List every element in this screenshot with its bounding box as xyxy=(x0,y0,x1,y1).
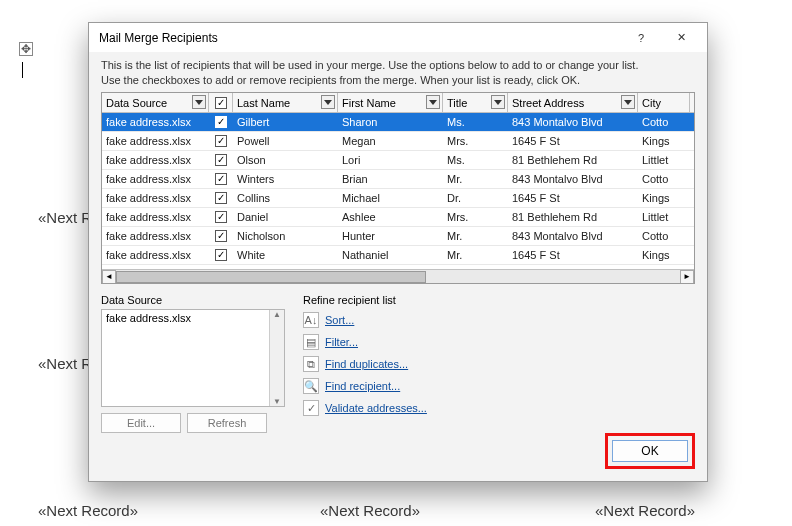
chevron-down-icon[interactable] xyxy=(426,95,440,109)
checkbox[interactable]: ✓ xyxy=(215,135,227,147)
chevron-down-icon[interactable] xyxy=(192,95,206,109)
refine-link-label: Sort... xyxy=(325,314,354,326)
table-cell: fake address.xlsx xyxy=(102,173,209,185)
refine-list-group: Refine recipient list A↓Sort...▤Filter..… xyxy=(303,294,695,433)
table-cell: Littlet xyxy=(638,154,690,166)
mail-merge-recipients-dialog: Mail Merge Recipients ? ✕ This is the li… xyxy=(88,22,708,482)
help-button[interactable]: ? xyxy=(621,25,661,51)
scroll-thumb[interactable] xyxy=(116,271,426,283)
refine-icon: ✓ xyxy=(303,400,319,416)
table-row[interactable]: fake address.xlsx✓NicholsonHunterMr.843 … xyxy=(102,227,694,246)
table-cell: 1645 F St xyxy=(508,249,638,261)
header-street-address[interactable]: Street Address xyxy=(508,93,638,112)
dialog-intro: This is the list of recipients that will… xyxy=(101,58,695,88)
scroll-left-button[interactable]: ◄ xyxy=(102,270,116,284)
checkbox[interactable]: ✓ xyxy=(215,173,227,185)
vertical-scrollbar[interactable]: ▲▼ xyxy=(269,310,284,406)
table-cell: fake address.xlsx xyxy=(102,230,209,242)
grid-rows: fake address.xlsx✓GilbertSharonMs.843 Mo… xyxy=(102,113,694,269)
edit-button[interactable]: Edit... xyxy=(101,413,181,433)
header-city[interactable]: City xyxy=(638,93,690,112)
header-title[interactable]: Title xyxy=(443,93,508,112)
table-cell: 843 Montalvo Blvd xyxy=(508,230,638,242)
table-row[interactable]: fake address.xlsx✓WhiteNathanielMr.1645 … xyxy=(102,246,694,265)
recipients-grid: Data Source ✓ Last Name First Name Title… xyxy=(101,92,695,284)
merge-field: «Next Record» xyxy=(595,502,695,519)
scroll-track[interactable] xyxy=(116,270,680,284)
dialog-titlebar[interactable]: Mail Merge Recipients ? ✕ xyxy=(89,23,707,52)
table-cell: Winters xyxy=(233,173,338,185)
table-cell: Mr. xyxy=(443,173,508,185)
scroll-right-button[interactable]: ► xyxy=(680,270,694,284)
table-cell: Kings xyxy=(638,135,690,147)
data-source-item[interactable]: fake address.xlsx xyxy=(102,310,284,326)
table-cell: Daniel xyxy=(233,211,338,223)
refine-icon: ⧉ xyxy=(303,356,319,372)
header-select-all[interactable]: ✓ xyxy=(209,93,233,112)
table-cell: ✓ xyxy=(209,154,233,166)
close-button[interactable]: ✕ xyxy=(661,25,701,51)
table-cell: ✓ xyxy=(209,230,233,242)
table-cell: Cotto xyxy=(638,173,690,185)
chevron-down-icon[interactable] xyxy=(321,95,335,109)
checkbox[interactable]: ✓ xyxy=(215,192,227,204)
table-cell: Gilbert xyxy=(233,116,338,128)
table-cell: White xyxy=(233,249,338,261)
table-cell: Collins xyxy=(233,192,338,204)
data-source-list[interactable]: fake address.xlsx ▲▼ xyxy=(101,309,285,407)
table-row[interactable]: fake address.xlsx✓CollinsMichaelDr.1645 … xyxy=(102,189,694,208)
table-cell: fake address.xlsx xyxy=(102,192,209,204)
checkbox[interactable]: ✓ xyxy=(215,249,227,261)
table-cell: Mr. xyxy=(443,249,508,261)
refine-link-label: Find duplicates... xyxy=(325,358,408,370)
find-duplicates-link[interactable]: ⧉Find duplicates... xyxy=(303,353,695,375)
table-cell: Hunter xyxy=(338,230,443,242)
table-cell: Ms. xyxy=(443,116,508,128)
table-cell: Powell xyxy=(233,135,338,147)
chevron-down-icon[interactable] xyxy=(621,95,635,109)
header-data-source[interactable]: Data Source xyxy=(102,93,209,112)
table-cell: fake address.xlsx xyxy=(102,116,209,128)
table-cell: Nicholson xyxy=(233,230,338,242)
checkbox[interactable]: ✓ xyxy=(215,230,227,242)
table-cell: ✓ xyxy=(209,192,233,204)
table-cell: 843 Montalvo Blvd xyxy=(508,116,638,128)
table-cell: fake address.xlsx xyxy=(102,154,209,166)
table-cell: Megan xyxy=(338,135,443,147)
ok-button[interactable]: OK xyxy=(612,440,688,462)
table-cell: fake address.xlsx xyxy=(102,249,209,261)
table-cell: Sharon xyxy=(338,116,443,128)
table-row[interactable]: fake address.xlsx✓GilbertSharonMs.843 Mo… xyxy=(102,113,694,132)
header-first-name[interactable]: First Name xyxy=(338,93,443,112)
table-cell: Nathaniel xyxy=(338,249,443,261)
validate-addresses-link[interactable]: ✓Validate addresses... xyxy=(303,397,695,419)
grid-header-row: Data Source ✓ Last Name First Name Title… xyxy=(102,93,694,113)
filter-link[interactable]: ▤Filter... xyxy=(303,331,695,353)
table-cell: Lori xyxy=(338,154,443,166)
table-cell: fake address.xlsx xyxy=(102,135,209,147)
table-cell: 843 Montalvo Blvd xyxy=(508,173,638,185)
header-last-name[interactable]: Last Name xyxy=(233,93,338,112)
refine-list-label: Refine recipient list xyxy=(303,294,695,306)
sort-link[interactable]: A↓Sort... xyxy=(303,309,695,331)
table-row[interactable]: fake address.xlsx✓OlsonLoriMs.81 Bethleh… xyxy=(102,151,694,170)
table-anchor-icon[interactable]: ✥ xyxy=(19,42,33,56)
checkbox[interactable]: ✓ xyxy=(215,116,227,128)
data-source-group: Data Source fake address.xlsx ▲▼ Edit...… xyxy=(101,294,285,433)
checkbox[interactable]: ✓ xyxy=(215,211,227,223)
table-cell: Kings xyxy=(638,192,690,204)
table-row[interactable]: fake address.xlsx✓DanielAshleeMrs.81 Bet… xyxy=(102,208,694,227)
find-recipient-link[interactable]: 🔍Find recipient... xyxy=(303,375,695,397)
checkbox[interactable]: ✓ xyxy=(215,154,227,166)
horizontal-scrollbar[interactable]: ◄ ► xyxy=(102,269,694,283)
table-cell: ✓ xyxy=(209,173,233,185)
text-caret xyxy=(22,62,23,78)
table-cell: 81 Bethlehem Rd xyxy=(508,154,638,166)
chevron-down-icon[interactable] xyxy=(491,95,505,109)
refresh-button[interactable]: Refresh xyxy=(187,413,267,433)
table-cell: ✓ xyxy=(209,116,233,128)
table-cell: 1645 F St xyxy=(508,192,638,204)
table-row[interactable]: fake address.xlsx✓WintersBrianMr.843 Mon… xyxy=(102,170,694,189)
table-cell: 1645 F St xyxy=(508,135,638,147)
table-row[interactable]: fake address.xlsx✓PowellMeganMrs.1645 F … xyxy=(102,132,694,151)
